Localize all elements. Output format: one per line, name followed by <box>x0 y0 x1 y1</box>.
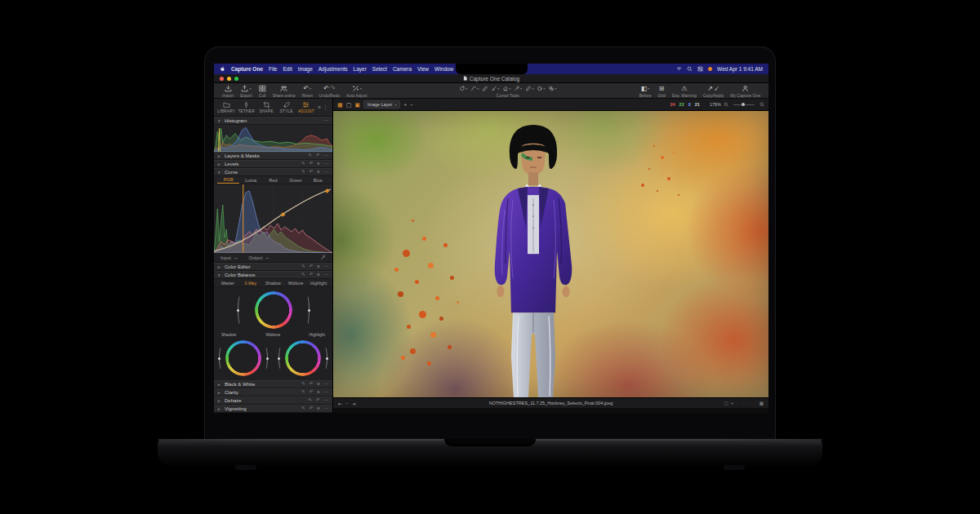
status-menu-icon[interactable] <box>708 67 712 71</box>
curve-picker-icon[interactable] <box>320 255 326 260</box>
draw-mask-tool-icon[interactable]: ▾ <box>524 86 534 91</box>
cull-button[interactable]: Cull <box>256 84 270 98</box>
compare-icon[interactable]: − <box>345 401 349 406</box>
pen-icon[interactable]: ✎ <box>301 264 305 269</box>
control-center-icon[interactable] <box>697 66 703 72</box>
pen-icon[interactable]: ✎ <box>308 398 312 403</box>
menu-app-name[interactable]: Capture One <box>231 66 263 72</box>
copy-arrow-icon[interactable]: ↗ <box>707 85 713 92</box>
midtone-color-wheel[interactable] <box>255 291 292 329</box>
prev-image-icon[interactable]: ⇤ <box>338 401 342 406</box>
pen-icon[interactable]: ✎ <box>301 382 305 387</box>
clone-tool-icon[interactable]: ▾ <box>547 86 557 91</box>
curve-tab-blue[interactable]: Blue <box>307 177 329 184</box>
my-capture-one-button[interactable]: My Capture One <box>727 84 764 98</box>
more-icon[interactable]: ⋯ <box>324 390 329 395</box>
add-layer-button[interactable]: + <box>403 102 407 108</box>
minimize-window-button[interactable] <box>227 77 231 81</box>
exposure-warning-button[interactable]: ⚠ Exp. Warning <box>669 84 700 98</box>
presets-icon[interactable]: ≡ <box>317 382 319 387</box>
midtone-saturation-slider[interactable] <box>238 295 243 326</box>
shadow-color-wheel[interactable] <box>225 340 261 376</box>
curve-graph[interactable] <box>214 184 332 253</box>
undo-redo-buttons[interactable]: ↶↷ Undo/Redo <box>316 84 343 98</box>
trash-icon[interactable]: ▦ <box>760 401 764 405</box>
highlight-lightness-slider[interactable] <box>322 346 327 370</box>
wifi-icon[interactable] <box>676 66 682 72</box>
section-header-histogram[interactable]: ▾ Histogram ⋯ <box>214 117 332 125</box>
reset-icon[interactable]: ↶ <box>316 398 320 403</box>
shadow-saturation-slider[interactable] <box>219 346 225 370</box>
more-tabs-icon[interactable]: » <box>318 104 321 110</box>
highlight-color-wheel[interactable] <box>285 340 321 376</box>
zoom-window-button[interactable] <box>234 77 238 81</box>
cb-tab-shadow[interactable]: Shadow <box>262 281 285 286</box>
reset-icon[interactable]: ↶ <box>310 382 314 387</box>
pen-icon[interactable]: ✎ <box>301 406 305 411</box>
section-header-color-balance[interactable]: ▾ Color Balance ✎ ↶ ≡ ⋯ <box>214 271 332 279</box>
curve-tab-luma[interactable]: Luma <box>239 177 261 184</box>
more-icon[interactable]: ⋯ <box>324 153 329 158</box>
section-header-black-white[interactable]: ▸ Black & White ✎ ↶ ≡ ⋯ <box>214 380 332 388</box>
menu-item-camera[interactable]: Camera <box>393 66 412 72</box>
tab-library[interactable]: LIBRARY <box>217 101 235 113</box>
pen-icon[interactable]: ✎ <box>301 170 305 175</box>
menu-clock[interactable]: Wed Apr 1 9:41 AM <box>717 66 763 72</box>
cb-tab-midtone[interactable]: Midtone <box>284 281 307 286</box>
section-header-curve[interactable]: ▾ Curve ✎ ↶ ≡ ⋯ <box>214 168 332 176</box>
grid-button[interactable]: ⊞ Grid <box>654 84 668 98</box>
more-icon[interactable]: ⋯ <box>324 170 329 175</box>
share-online-button[interactable]: Share online <box>270 84 299 98</box>
more-icon[interactable]: ⋯ <box>324 264 329 269</box>
more-icon[interactable]: ⋯ <box>324 273 329 277</box>
close-window-button[interactable] <box>220 77 224 81</box>
more-icon[interactable]: ⋯ <box>324 398 329 403</box>
more-icon[interactable]: ⋯ <box>324 118 329 123</box>
reset-icon[interactable]: ↶ <box>310 264 314 269</box>
select-checkbox-icon[interactable]: ▢ <box>724 401 728 405</box>
proof-view-icon[interactable]: ▣ <box>354 102 360 108</box>
section-header-layers-masks[interactable]: ▸ Layers & Masks ✎ ↶ ⋯ <box>214 152 332 160</box>
section-header-color-editor[interactable]: ▸ Color Editor ✎ ↶ ≡ ⋯ <box>214 263 332 271</box>
redo-icon[interactable]: ↷ <box>330 85 336 92</box>
reset-icon[interactable]: ↶ <box>316 153 320 158</box>
section-header-levels[interactable]: ▸ Levels ✎ ↶ ≡ ⋯ <box>214 160 332 168</box>
cb-tab-highlight[interactable]: Highlight <box>307 281 330 286</box>
pen-icon[interactable]: ✎ <box>301 390 305 395</box>
overflow-menu-icon[interactable]: ⋮ <box>323 104 328 111</box>
pen-icon[interactable]: ✎ <box>308 153 312 158</box>
zoom-loupe-icon[interactable] <box>724 102 728 107</box>
apply-brush-icon[interactable] <box>714 86 719 91</box>
eraser-tool-icon[interactable]: ▾ <box>501 86 511 91</box>
presets-icon[interactable]: ≡ <box>317 273 319 277</box>
single-view-icon[interactable]: ▢ <box>346 102 352 108</box>
pen-icon[interactable]: ✎ <box>301 162 305 166</box>
curve-tab-rgb[interactable]: RGB <box>217 176 239 184</box>
presets-icon[interactable]: ≡ <box>317 264 319 269</box>
presets-icon[interactable]: ≡ <box>317 162 319 166</box>
loupe-tool-icon[interactable] <box>760 102 764 107</box>
highlight-saturation-slider[interactable] <box>278 346 284 370</box>
photo-canvas[interactable] <box>333 111 768 397</box>
remove-layer-button[interactable]: − <box>410 102 413 108</box>
section-header-vignetting[interactable]: ▸ Vignetting ✎ ↶ ≡ ⋯ <box>214 405 332 413</box>
spot-tool-icon[interactable]: ▾ <box>536 86 546 91</box>
import-button[interactable]: Import <box>219 84 237 98</box>
zoom-slider[interactable] <box>733 104 755 105</box>
layer-dropdown[interactable]: Image Layer ▾ <box>363 100 401 109</box>
cb-tab-3way[interactable]: 3-Way <box>239 281 262 286</box>
section-header-clarity[interactable]: ▸ Clarity ✎ ↶ ≡ ⋯ <box>214 388 332 397</box>
midtone-lightness-slider[interactable] <box>304 295 310 326</box>
undo-icon[interactable]: ↶ <box>323 85 329 92</box>
menu-item-edit[interactable]: Edit <box>283 66 292 72</box>
cb-tab-master[interactable]: Master <box>216 281 239 286</box>
multi-view-icon[interactable]: ▦ <box>337 102 343 108</box>
curve-tab-red[interactable]: Red <box>262 177 284 184</box>
menu-item-window[interactable]: Window <box>434 66 453 72</box>
presets-icon[interactable]: ≡ <box>317 406 319 411</box>
tab-tether[interactable]: TETHER <box>237 101 255 113</box>
reset-icon[interactable]: ↶ <box>310 273 314 277</box>
menu-item-adjustments[interactable]: Adjustments <box>318 66 348 72</box>
menu-item-layer[interactable]: Layer <box>354 66 367 72</box>
tab-adjust[interactable]: ADJUST <box>297 101 315 113</box>
